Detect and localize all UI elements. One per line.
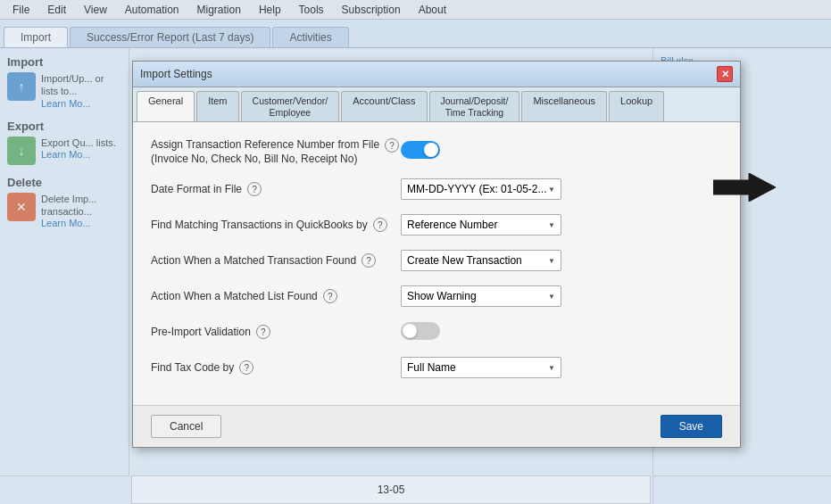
reference-toggle-knob <box>424 143 438 157</box>
find-matching-select[interactable]: Reference Number ▼ <box>401 214 561 235</box>
reference-help-icon[interactable]: ? <box>385 138 399 153</box>
matched-transaction-help-icon[interactable]: ? <box>361 253 376 268</box>
tax-code-control: Full Name ▼ <box>401 357 722 378</box>
dialog-tab-general[interactable]: General <box>137 91 195 121</box>
find-matching-label: Find Matching Transactions in QuickBooks… <box>151 218 401 232</box>
field-row-preimport: Pre-Import Validation ? <box>151 319 722 344</box>
tax-code-label: Find Tax Code by ? <box>151 360 401 375</box>
field-row-find-matching: Find Matching Transactions in QuickBooks… <box>151 212 722 237</box>
field-row-tax-code: Find Tax Code by ? Full Name ▼ <box>151 355 722 380</box>
field-row-matched-transaction: Action When a Matched Transaction Found … <box>151 248 722 273</box>
field-row-reference: Assign Transaction Reference Number from… <box>151 136 722 166</box>
tax-code-select[interactable]: Full Name ▼ <box>401 357 561 378</box>
date-format-arrow-icon: ▼ <box>548 186 555 194</box>
dialog-tab-journal[interactable]: Journal/Deposit/Time Tracking <box>429 91 520 121</box>
dialog-tab-misc[interactable]: Miscellaneous <box>521 91 607 121</box>
matched-list-select[interactable]: Show Warning ▼ <box>401 285 561 307</box>
dialog-tab-account[interactable]: Account/Class <box>341 91 427 121</box>
find-matching-arrow-icon: ▼ <box>548 221 555 229</box>
find-matching-help-icon[interactable]: ? <box>373 218 387 232</box>
tax-code-value: Full Name <box>407 361 456 374</box>
date-format-label: Date Format in File ? <box>151 182 401 196</box>
tax-code-arrow-icon: ▼ <box>548 364 555 372</box>
find-matching-control: Reference Number ▼ <box>401 214 722 235</box>
svg-marker-0 <box>713 173 776 202</box>
dialog-footer: Cancel Save <box>133 405 740 447</box>
matched-transaction-select[interactable]: Create New Transaction ▼ <box>401 250 561 271</box>
date-format-value: MM-DD-YYYY (Ex: 01-05-2... <box>407 183 546 195</box>
dialog-tab-lookup[interactable]: Lookup <box>609 91 664 121</box>
dialog-tab-customer[interactable]: Customer/Vendor/Employee <box>241 91 340 121</box>
arrow-pointer-icon <box>713 173 776 202</box>
matched-transaction-arrow-icon: ▼ <box>548 257 555 265</box>
reference-label: Assign Transaction Reference Number from… <box>151 136 401 166</box>
matched-transaction-value: Create New Transaction <box>407 254 522 267</box>
reference-toggle[interactable] <box>401 141 440 159</box>
matched-transaction-control: Create New Transaction ▼ <box>401 250 722 271</box>
matched-list-arrow-icon: ▼ <box>548 293 555 301</box>
import-settings-dialog: Import Settings ✕ General Item Customer/… <box>132 61 741 448</box>
matched-list-control: Show Warning ▼ <box>401 285 722 307</box>
dialog-content: Assign Transaction Reference Number from… <box>133 122 740 405</box>
reference-toggle-control <box>401 141 722 161</box>
matched-list-value: Show Warning <box>407 290 477 302</box>
preimport-toggle[interactable] <box>401 322 440 340</box>
date-format-control: MM-DD-YYYY (Ex: 01-05-2... ▼ <box>401 178 722 200</box>
dialog-tab-bar: General Item Customer/Vendor/Employee Ac… <box>133 87 740 122</box>
dialog-tab-item[interactable]: Item <box>196 91 238 121</box>
save-button[interactable]: Save <box>661 415 722 438</box>
tax-code-help-icon[interactable]: ? <box>239 360 253 375</box>
matched-list-help-icon[interactable]: ? <box>323 289 337 303</box>
matched-transaction-label: Action When a Matched Transaction Found … <box>151 253 401 268</box>
preimport-help-icon[interactable]: ? <box>256 325 270 339</box>
preimport-toggle-knob <box>403 324 417 338</box>
date-format-select[interactable]: MM-DD-YYYY (Ex: 01-05-2... ▼ <box>401 178 561 200</box>
find-matching-value: Reference Number <box>407 219 497 231</box>
cancel-button[interactable]: Cancel <box>151 415 221 438</box>
date-format-help-icon[interactable]: ? <box>247 182 262 196</box>
dialog-title: Import Settings <box>140 68 212 80</box>
preimport-label: Pre-Import Validation ? <box>151 325 401 339</box>
arrow-annotation <box>713 173 776 202</box>
field-row-matched-list: Action When a Matched List Found ? Show … <box>151 284 722 309</box>
preimport-toggle-control <box>401 322 722 343</box>
matched-list-label: Action When a Matched List Found ? <box>151 289 401 303</box>
dialog-titlebar: Import Settings ✕ <box>133 62 740 87</box>
field-row-date-format: Date Format in File ? MM-DD-YYYY (Ex: 01… <box>151 177 722 202</box>
dialog-close-button[interactable]: ✕ <box>717 66 733 82</box>
